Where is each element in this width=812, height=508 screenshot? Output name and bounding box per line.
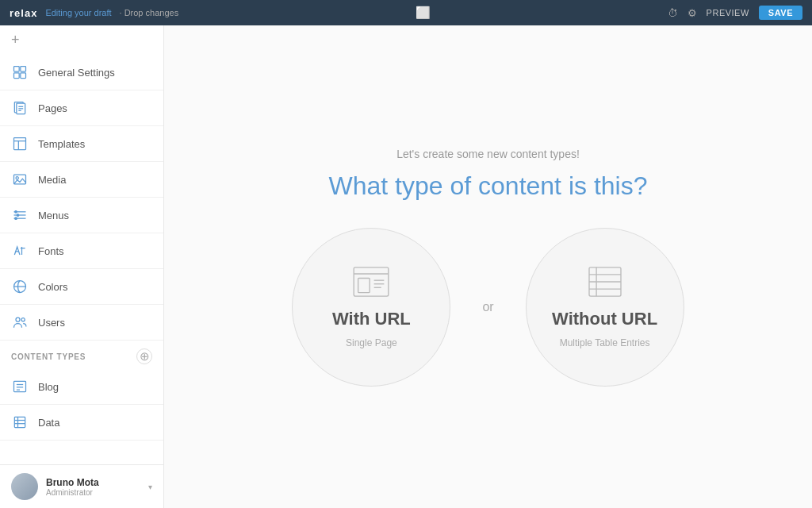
- add-button[interactable]: +: [0, 25, 163, 55]
- svg-rect-0: [14, 67, 20, 72]
- editing-label: Editing your draft: [45, 8, 111, 17]
- without-url-icon: [586, 266, 624, 301]
- sidebar-item-pages[interactable]: Pages: [0, 90, 163, 126]
- with-url-label: With URL: [332, 309, 411, 329]
- history-icon[interactable]: ⏱: [668, 7, 678, 19]
- svg-rect-1: [21, 67, 26, 72]
- svg-point-18: [17, 214, 19, 217]
- user-profile[interactable]: Bruno Mota Administrator ▾: [0, 464, 163, 508]
- sidebar-label-fonts: Fonts: [38, 245, 64, 257]
- svg-point-19: [15, 217, 17, 220]
- sidebar-label-blog: Blog: [38, 381, 59, 393]
- save-button[interactable]: SAVE: [759, 6, 802, 20]
- sidebar-item-users[interactable]: Users: [0, 305, 163, 341]
- sidebar-label-menus: Menus: [38, 210, 69, 221]
- top-bar: relax Editing your draft · Drop changes …: [0, 0, 812, 25]
- sidebar-item-colors[interactable]: Colors: [0, 269, 163, 305]
- user-name: Bruno Mota: [46, 477, 140, 488]
- users-icon: [11, 314, 29, 331]
- sidebar-label-pages: Pages: [38, 102, 67, 114]
- svg-point-25: [16, 318, 20, 321]
- sidebar-label-templates: Templates: [38, 138, 85, 150]
- data-icon: [11, 414, 29, 431]
- drop-label: · Drop changes: [120, 8, 179, 17]
- app-logo: relax: [10, 7, 37, 19]
- sidebar: + General Settings: [0, 25, 164, 508]
- svg-rect-2: [14, 73, 20, 79]
- sidebar-label-media: Media: [38, 174, 66, 186]
- fonts-icon: [11, 242, 29, 260]
- blog-icon: [11, 378, 29, 395]
- templates-icon: [11, 135, 29, 152]
- settings-icon[interactable]: ⚙: [688, 7, 697, 19]
- sidebar-label-data: Data: [38, 417, 59, 429]
- avatar: [11, 473, 38, 500]
- content-types-header: CONTENT TYPES ⊕: [0, 341, 163, 369]
- sidebar-item-media[interactable]: Media: [0, 162, 163, 198]
- svg-point-17: [15, 211, 17, 214]
- sidebar-label-colors: Colors: [38, 281, 68, 293]
- monitor-icon: ⬜: [416, 6, 431, 20]
- media-icon: [11, 171, 29, 188]
- menus-icon: [11, 206, 29, 224]
- options-row: With URL Single Page or: [292, 228, 684, 387]
- svg-point-13: [16, 177, 18, 179]
- sidebar-item-blog[interactable]: Blog: [0, 369, 163, 405]
- svg-rect-35: [354, 267, 389, 295]
- svg-rect-37: [358, 278, 370, 292]
- general-settings-icon: [11, 64, 29, 81]
- preview-button[interactable]: PREVIEW: [707, 8, 749, 17]
- svg-rect-9: [14, 138, 26, 150]
- without-url-option[interactable]: Without URL Multiple Table Entries: [526, 228, 684, 387]
- without-url-label: Without URL: [552, 309, 657, 329]
- sidebar-label-general-settings: General Settings: [38, 67, 115, 79]
- main-layout: + General Settings: [0, 25, 812, 508]
- main-title: What type of content is this?: [329, 171, 648, 201]
- sidebar-label-users: Users: [38, 317, 65, 329]
- sidebar-item-templates[interactable]: Templates: [0, 126, 163, 162]
- with-url-icon: [352, 266, 390, 301]
- pages-icon: [11, 99, 29, 117]
- content-inner: Let's create some new content types! Wha…: [292, 148, 684, 387]
- colors-icon: [11, 278, 29, 295]
- with-url-option[interactable]: With URL Single Page: [292, 228, 450, 387]
- or-divider: or: [482, 300, 493, 314]
- svg-point-26: [21, 318, 25, 321]
- user-role: Administrator: [46, 488, 140, 497]
- svg-rect-31: [14, 417, 25, 427]
- sidebar-item-general-settings[interactable]: General Settings: [0, 55, 163, 90]
- user-info: Bruno Mota Administrator: [46, 477, 140, 497]
- chevron-down-icon: ▾: [148, 483, 152, 491]
- sidebar-item-data[interactable]: Data: [0, 405, 163, 441]
- with-url-sublabel: Single Page: [346, 337, 397, 348]
- sidebar-item-menus[interactable]: Menus: [0, 198, 163, 233]
- add-content-type-button[interactable]: ⊕: [136, 348, 152, 364]
- subtitle: Let's create some new content types!: [396, 148, 580, 160]
- sidebar-item-fonts[interactable]: Fonts: [0, 233, 163, 269]
- content-types-label: CONTENT TYPES: [11, 352, 86, 361]
- main-content: Let's create some new content types! Wha…: [164, 25, 812, 508]
- svg-rect-3: [21, 73, 26, 79]
- without-url-sublabel: Multiple Table Entries: [560, 337, 650, 348]
